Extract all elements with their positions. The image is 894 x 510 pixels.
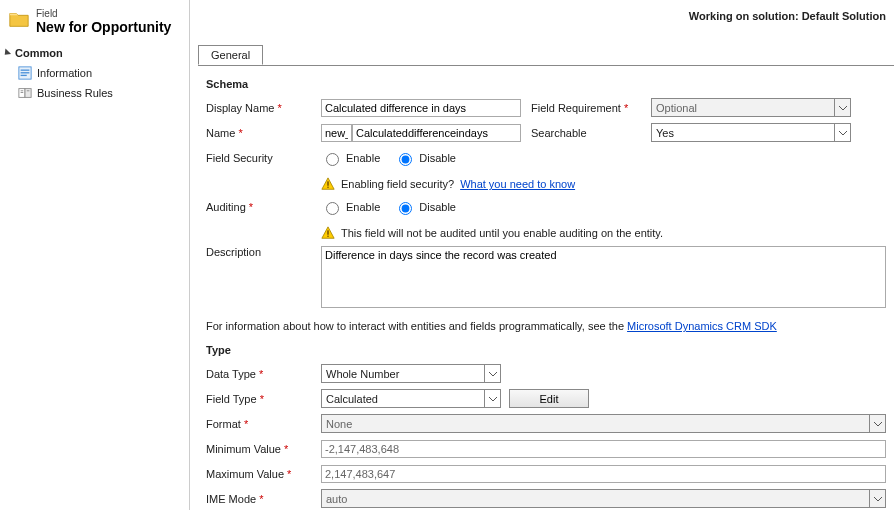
sdk-link[interactable]: Microsoft Dynamics CRM SDK — [627, 320, 777, 332]
svg-rect-11 — [327, 230, 328, 234]
radio-label: Disable — [419, 201, 456, 213]
format-select[interactable]: None — [321, 414, 886, 433]
auditing-disable-radio[interactable]: Disable — [394, 199, 456, 215]
sidebar-item-business-rules[interactable]: Business Rules — [0, 83, 189, 103]
label-field-security: Field Security — [206, 152, 321, 164]
auditing-warning: This field will not be audited until you… — [321, 222, 886, 246]
field-security-disable-radio[interactable]: Disable — [394, 150, 456, 166]
searchable-select[interactable]: Yes — [651, 123, 851, 142]
page-header: Field New for Opportunity — [0, 6, 189, 41]
sidebar-item-information[interactable]: Information — [0, 63, 189, 83]
header-super: Field — [36, 8, 171, 19]
solution-label: Working on solution: Default Solution — [689, 10, 886, 22]
ime-mode-select[interactable]: auto — [321, 489, 886, 508]
svg-rect-7 — [21, 92, 24, 93]
svg-rect-2 — [21, 72, 30, 73]
field-security-warning: Enabling field security? What you need t… — [321, 173, 886, 197]
label-field-requirement: Field Requirement * — [531, 102, 651, 114]
label-data-type: Data Type * — [206, 368, 321, 380]
select-value: auto — [326, 493, 347, 505]
label-ime-mode: IME Mode * — [206, 493, 321, 505]
select-value: Yes — [656, 127, 674, 139]
select-value: Optional — [656, 102, 697, 114]
name-prefix-input — [321, 124, 352, 142]
chevron-down-icon — [834, 99, 850, 116]
header-title: New for Opportunity — [36, 19, 171, 35]
field-security-enable-radio[interactable]: Enable — [321, 150, 380, 166]
warning-icon — [321, 226, 335, 240]
warning-icon — [321, 177, 335, 191]
select-value: Whole Number — [326, 368, 399, 380]
tab-bar: General — [198, 44, 894, 66]
svg-rect-10 — [327, 187, 328, 188]
label-display-name: Display Name * — [206, 102, 321, 114]
chevron-down-icon — [869, 415, 885, 432]
label-min-value: Minimum Value * — [206, 443, 321, 455]
section-type-heading: Type — [206, 344, 886, 356]
sidebar-item-label: Business Rules — [37, 87, 113, 99]
description-textarea[interactable] — [321, 246, 886, 308]
svg-rect-1 — [21, 70, 30, 71]
svg-rect-5 — [25, 89, 31, 98]
svg-rect-8 — [27, 90, 30, 91]
collapse-icon — [2, 48, 11, 57]
tab-label: General — [211, 49, 250, 61]
svg-rect-12 — [327, 236, 328, 237]
info-icon — [18, 66, 32, 80]
label-name: Name * — [206, 127, 321, 139]
sdk-info-text: For information about how to interact wi… — [206, 314, 886, 340]
data-type-select[interactable]: Whole Number — [321, 364, 501, 383]
radio-label: Enable — [346, 201, 380, 213]
rules-icon — [18, 86, 32, 100]
svg-rect-6 — [21, 90, 24, 91]
label-description: Description — [206, 246, 321, 258]
chevron-down-icon — [484, 390, 500, 407]
chevron-down-icon — [869, 490, 885, 507]
label-searchable: Searchable — [531, 127, 651, 139]
max-value-input — [321, 465, 886, 483]
edit-button[interactable]: Edit — [509, 389, 589, 408]
select-value: None — [326, 418, 352, 430]
svg-rect-9 — [327, 181, 328, 185]
radio-label: Enable — [346, 152, 380, 164]
label-field-type: Field Type * — [206, 393, 321, 405]
sidebar: Field New for Opportunity Common Informa… — [0, 0, 190, 510]
label-auditing: Auditing * — [206, 201, 321, 213]
field-security-link[interactable]: What you need to know — [460, 178, 575, 190]
sidebar-section-label: Common — [15, 47, 63, 59]
chevron-down-icon — [834, 124, 850, 141]
label-format: Format * — [206, 418, 321, 430]
main-panel: Working on solution: Default Solution Ge… — [190, 0, 894, 510]
tab-general[interactable]: General — [198, 45, 263, 65]
display-name-input[interactable] — [321, 99, 521, 117]
folder-icon — [8, 8, 30, 30]
section-schema-heading: Schema — [206, 78, 886, 90]
field-requirement-select[interactable]: Optional — [651, 98, 851, 117]
radio-label: Disable — [419, 152, 456, 164]
name-input[interactable] — [352, 124, 521, 142]
label-max-value: Maximum Value * — [206, 468, 321, 480]
warning-text: This field will not be audited until you… — [341, 227, 663, 239]
sidebar-section-common[interactable]: Common — [0, 41, 189, 63]
select-value: Calculated — [326, 393, 378, 405]
svg-rect-3 — [21, 75, 27, 76]
chevron-down-icon — [484, 365, 500, 382]
min-value-input — [321, 440, 886, 458]
auditing-enable-radio[interactable]: Enable — [321, 199, 380, 215]
warning-text: Enabling field security? — [341, 178, 454, 190]
field-type-select[interactable]: Calculated — [321, 389, 501, 408]
sidebar-item-label: Information — [37, 67, 92, 79]
